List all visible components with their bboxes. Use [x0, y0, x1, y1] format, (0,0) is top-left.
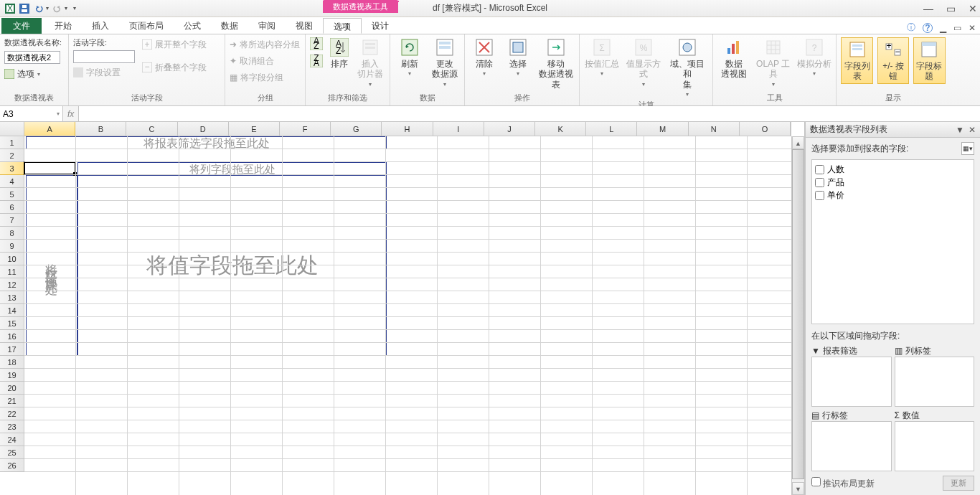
pivot-chart-button[interactable]: 数据 透视图	[717, 37, 750, 80]
tab-review[interactable]: 审阅	[248, 18, 286, 34]
group-selection-button[interactable]: ➜将所选内容分组	[230, 37, 300, 52]
row-header[interactable]: 6	[0, 201, 24, 214]
name-box[interactable]: A3▾	[0, 106, 63, 121]
window-mdi-min-icon[interactable]: ▁	[940, 23, 946, 33]
pivot-filter-dropzone[interactable]: 将报表筛选字段拖至此处	[26, 136, 387, 149]
tab-insert[interactable]: 插入	[82, 18, 119, 34]
row-header[interactable]: 3	[0, 162, 24, 175]
pivot-columns-dropzone[interactable]: 将列字段拖至此处	[77, 162, 387, 175]
row-header[interactable]: 16	[0, 330, 24, 343]
column-header[interactable]: A	[24, 122, 75, 136]
row-header[interactable]: 5	[0, 188, 24, 201]
minimize-button[interactable]: —	[923, 3, 933, 14]
tab-home[interactable]: 开始	[44, 18, 82, 34]
select-all-corner[interactable]	[0, 122, 24, 136]
field-checkbox-product[interactable]: 产品	[815, 176, 971, 189]
row-header[interactable]: 9	[0, 240, 24, 253]
row-header[interactable]: 4	[0, 175, 24, 188]
maximize-button[interactable]: ▭	[946, 3, 956, 14]
area-report-filter[interactable]: ▼报表筛选	[811, 345, 892, 407]
row-header[interactable]: 20	[0, 382, 24, 395]
plusminus-toggle[interactable]: +−+/- 按钮	[877, 37, 908, 84]
row-header[interactable]: 2	[0, 149, 24, 162]
row-header[interactable]: 24	[0, 433, 24, 446]
undo-icon[interactable]	[33, 3, 44, 14]
save-icon[interactable]	[19, 3, 30, 14]
row-header[interactable]: 26	[0, 459, 24, 472]
column-header[interactable]: E	[229, 122, 280, 136]
sort-button[interactable]: AZ 排序	[327, 37, 352, 69]
field-list-toggle[interactable]: 字段列表	[841, 37, 873, 84]
field-checkbox-price[interactable]: 单价	[815, 189, 971, 202]
scroll-thumb[interactable]	[792, 149, 804, 479]
expand-field-button[interactable]: +展开整个字段	[142, 37, 207, 52]
scroll-up-icon[interactable]: ▲	[792, 136, 804, 149]
column-header[interactable]: N	[689, 122, 740, 136]
help-icon[interactable]: ?	[923, 23, 933, 33]
column-header[interactable]: M	[637, 122, 688, 136]
row-header[interactable]: 11	[0, 265, 24, 278]
area-column-labels[interactable]: ▥列标签	[895, 345, 975, 407]
file-tab[interactable]: 文件	[1, 18, 42, 34]
move-pt-button[interactable]: 移动 数据透视表	[537, 37, 575, 90]
window-mdi-close-icon[interactable]: ✕	[969, 23, 976, 33]
column-header[interactable]: F	[280, 122, 331, 136]
column-header[interactable]: I	[433, 122, 484, 136]
sort-za-icon[interactable]: ZA	[310, 55, 323, 67]
row-header[interactable]: 23	[0, 420, 24, 433]
row-header[interactable]: 12	[0, 278, 24, 291]
area-values[interactable]: Σ数值	[895, 410, 975, 471]
column-header[interactable]: B	[75, 122, 126, 136]
redo-dropdown-icon[interactable]: ▾	[65, 5, 67, 11]
field-headers-toggle[interactable]: 字段标题	[913, 37, 946, 84]
defer-layout-checkbox[interactable]: 推识布局更新	[811, 477, 875, 490]
row-header[interactable]: 25	[0, 446, 24, 459]
row-header[interactable]: 8	[0, 227, 24, 240]
field-pane-layout-icon[interactable]: ▦▾	[961, 142, 974, 155]
tab-pagelayout[interactable]: 页面布局	[119, 18, 174, 34]
tab-options[interactable]: 选项	[323, 18, 362, 34]
column-header[interactable]: L	[586, 122, 637, 136]
fields-items-button[interactable]: 域、项目和 集▾	[667, 37, 709, 98]
redo-icon[interactable]	[52, 3, 63, 14]
column-header[interactable]: C	[126, 122, 177, 136]
row-header[interactable]: 18	[0, 356, 24, 369]
row-header[interactable]: 1	[0, 136, 24, 149]
column-header[interactable]: J	[484, 122, 535, 136]
column-header[interactable]: G	[331, 122, 382, 136]
row-header[interactable]: 15	[0, 317, 24, 330]
window-mdi-restore-icon[interactable]: ▭	[953, 23, 961, 33]
select-button[interactable]: 选择▾	[504, 37, 534, 77]
excel-app-icon[interactable]: X	[4, 3, 16, 14]
column-header[interactable]: K	[535, 122, 586, 136]
row-header[interactable]: 17	[0, 343, 24, 356]
minimize-ribbon-icon[interactable]: ⓘ	[907, 22, 915, 34]
pt-options-button[interactable]: 选项▾	[4, 67, 40, 81]
vertical-scrollbar[interactable]: ▲ ▼	[791, 136, 804, 495]
column-header[interactable]: D	[178, 122, 229, 136]
field-pane-dropdown-icon[interactable]: ▼	[956, 125, 964, 135]
spreadsheet-grid[interactable]: ABCDEFGHIJKLMNO 123456789101112131415161…	[0, 122, 805, 495]
update-button[interactable]: 更新	[943, 476, 974, 491]
row-header[interactable]: 19	[0, 369, 24, 382]
tab-view[interactable]: 视图	[286, 18, 323, 34]
column-header[interactable]: H	[382, 122, 433, 136]
qat-customize-icon[interactable]: ▾	[73, 5, 76, 11]
change-datasource-button[interactable]: 更改 数据源▾	[430, 37, 461, 88]
row-header[interactable]: 13	[0, 291, 24, 304]
refresh-button[interactable]: 刷新▾	[395, 37, 425, 77]
collapse-field-button[interactable]: −折叠整个字段	[142, 60, 207, 75]
formula-input[interactable]	[79, 106, 980, 121]
close-button[interactable]: ✕	[969, 3, 977, 14]
undo-dropdown-icon[interactable]: ▾	[46, 5, 49, 11]
column-header[interactable]: O	[740, 122, 791, 136]
sort-az-icon[interactable]: AZ	[310, 37, 323, 50]
olap-tools-button[interactable]: OLAP 工具▾	[754, 37, 792, 88]
field-checkbox-count[interactable]: 人数	[815, 163, 971, 176]
tab-formulas[interactable]: 公式	[174, 18, 211, 34]
field-settings-button[interactable]: 字段设置	[73, 65, 121, 80]
insert-slicer-button[interactable]: 插入 切片器▾	[356, 37, 385, 88]
row-header[interactable]: 7	[0, 214, 24, 227]
fx-icon[interactable]: fx	[67, 109, 74, 119]
summarize-values-button[interactable]: Σ按值汇总▾	[584, 37, 620, 77]
